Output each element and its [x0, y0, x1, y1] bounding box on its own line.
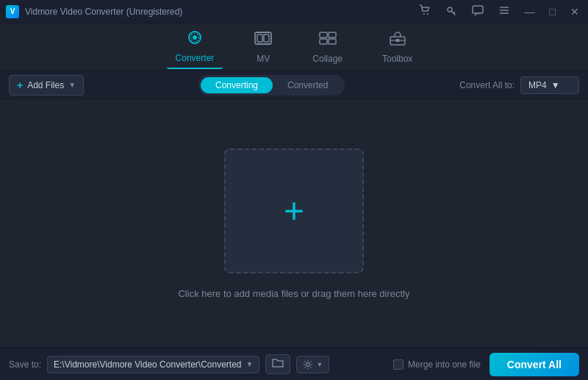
- svg-rect-3: [473, 6, 483, 13]
- save-to-label: Save to:: [9, 359, 41, 370]
- title-bar-right: — □ ✕: [416, 3, 582, 20]
- key-icon[interactable]: [442, 3, 460, 20]
- format-dropdown-icon: ▼: [551, 80, 560, 90]
- add-files-label: Add Files: [27, 80, 64, 90]
- converted-tab[interactable]: Converted: [273, 77, 343, 93]
- svg-point-1: [427, 13, 429, 15]
- merge-checkbox-input[interactable]: [393, 359, 404, 370]
- svg-rect-11: [257, 35, 262, 42]
- tab-mv[interactable]: MV: [245, 26, 282, 68]
- merge-label: Merge into one file: [408, 359, 481, 370]
- svg-point-20: [306, 362, 310, 366]
- title-text: Vidmore Video Converter (Unregistered): [25, 7, 182, 17]
- add-files-dropdown-icon: ▼: [68, 81, 76, 89]
- chat-icon[interactable]: [469, 3, 487, 20]
- title-bar: V Vidmore Video Converter (Unregistered): [0, 0, 588, 24]
- save-path-dropdown-icon: ▼: [246, 360, 254, 368]
- minimize-button[interactable]: —: [522, 4, 538, 19]
- convert-all-to-section: Convert All to: MP4 ▼: [459, 76, 579, 94]
- converter-tab-label: Converter: [176, 53, 215, 63]
- app-logo: V: [6, 5, 19, 18]
- svg-rect-16: [329, 39, 336, 44]
- toolbox-icon: [388, 30, 407, 51]
- collage-icon: [318, 30, 337, 51]
- format-value: MP4: [528, 80, 547, 90]
- settings-button[interactable]: ▼: [296, 356, 329, 373]
- save-to-section: Save to: E:\Vidmore\Vidmore Video Conver…: [9, 354, 329, 374]
- drop-zone-plus-icon: +: [284, 193, 304, 229]
- save-path-selector[interactable]: E:\Vidmore\Vidmore Video Converter\Conve…: [47, 356, 259, 373]
- merge-checkbox-section: Merge into one file: [393, 359, 481, 370]
- tab-switch: Converting Converted: [198, 75, 345, 96]
- folder-button[interactable]: [265, 354, 290, 374]
- tab-collage[interactable]: Collage: [304, 26, 351, 68]
- svg-rect-14: [329, 32, 336, 37]
- close-button[interactable]: ✕: [567, 4, 582, 19]
- collage-tab-label: Collage: [312, 54, 343, 64]
- cart-icon[interactable]: [416, 3, 434, 20]
- svg-rect-15: [320, 39, 327, 44]
- nav-tabs: Converter MV Collage: [0, 24, 588, 71]
- add-files-button[interactable]: + Add Files ▼: [9, 75, 84, 96]
- svg-point-2: [448, 7, 452, 12]
- svg-point-8: [193, 35, 197, 40]
- svg-rect-12: [264, 35, 269, 42]
- tab-converter[interactable]: Converter: [167, 25, 223, 69]
- maximize-button[interactable]: □: [547, 4, 559, 19]
- settings-dropdown-icon: ▼: [316, 361, 323, 368]
- svg-rect-19: [395, 39, 399, 42]
- convert-all-button[interactable]: Convert All: [490, 353, 579, 376]
- format-select[interactable]: MP4 ▼: [520, 76, 579, 94]
- mv-icon: [254, 30, 273, 51]
- convert-all-to-label: Convert All to:: [459, 80, 514, 90]
- main-content: + Click here to add media files or drag …: [0, 100, 588, 348]
- tab-toolbox[interactable]: Toolbox: [373, 26, 421, 68]
- right-controls: Merge into one file Convert All: [393, 353, 579, 376]
- drop-hint: Click here to add media files or drag th…: [178, 288, 409, 299]
- converting-tab[interactable]: Converting: [201, 77, 273, 93]
- bottom-bar: Save to: E:\Vidmore\Vidmore Video Conver…: [0, 348, 588, 380]
- title-bar-left: V Vidmore Video Converter (Unregistered): [6, 5, 182, 18]
- add-plus-icon: +: [17, 79, 23, 91]
- svg-rect-13: [320, 32, 327, 37]
- svg-point-0: [423, 13, 425, 15]
- toolbox-tab-label: Toolbox: [382, 54, 412, 64]
- converter-icon: [185, 29, 204, 50]
- toolbar: + Add Files ▼ Converting Converted Conve…: [0, 71, 588, 100]
- mv-tab-label: MV: [257, 54, 270, 64]
- drop-zone[interactable]: +: [224, 148, 364, 273]
- save-path-value: E:\Vidmore\Vidmore Video Converter\Conve…: [54, 359, 241, 370]
- menu-icon[interactable]: [495, 3, 513, 20]
